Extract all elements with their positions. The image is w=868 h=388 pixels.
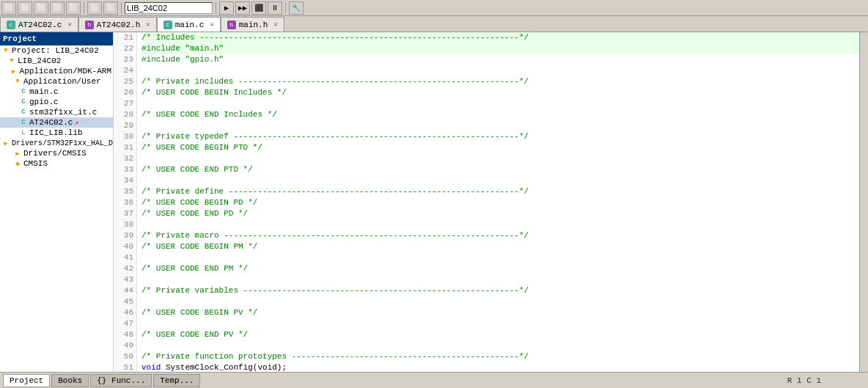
tab-close-main-c[interactable]: ✕ (210, 21, 213, 29)
toolbar-btn-5[interactable]: ⬜ (66, 1, 81, 15)
file-icon-at24c02: C (19, 118, 28, 127)
tab-main-c[interactable]: c main.c ✕ (157, 17, 221, 32)
code-line-29 (141, 120, 859, 131)
tab-bar: c AT24C02.c ✕ h AT24C02.h ✕ c main.c ✕ h… (0, 16, 868, 32)
search-input[interactable] (125, 2, 213, 14)
sidebar-item-label-drivers-cmsis: Drivers/CMSIS (23, 149, 87, 158)
file-icon-main-c: C (19, 87, 28, 96)
toolbar-btn-11[interactable]: ⏸ (268, 1, 282, 15)
line-num-45: 45 (114, 296, 136, 307)
sidebar-item-label-app-user: Application/User (23, 77, 101, 86)
line-num-42: 42 (114, 263, 136, 274)
sidebar-item-stm32[interactable]: C stm32f1xx_it.c (0, 107, 113, 117)
sidebar-item-cmsis[interactable]: ◆ CMSIS (0, 158, 113, 169)
code-content[interactable]: 2122232425262728293031323334353637383940… (114, 32, 868, 372)
sidebar-item-label-drivers-hal: Drivers/STM32F1xx_HAL_Dri (12, 139, 113, 147)
folder-icon-drivers-hal: ▶ (1, 139, 10, 147)
sidebar-header: Project (0, 32, 113, 45)
tab-close-at24c02-h[interactable]: ✕ (146, 21, 150, 29)
code-line-34 (141, 175, 859, 186)
folder-icon-lib24c02: ▼ (7, 56, 16, 65)
sidebar-item-label-iic-lib: IIC_LIB.lib (29, 128, 83, 137)
sidebar-item-lib24c02[interactable]: ▼ LIB_24C02 (0, 56, 113, 66)
main-toolbar: ⬜ ⬜ ⬜ ⬜ ⬜ ⬜ ⬜ ▶ ▶▶ ⬛ ⏸ 🔧 (0, 0, 868, 16)
toolbar-btn-12[interactable]: 🔧 (289, 1, 304, 15)
toolbar-btn-8[interactable]: ▶ (219, 1, 234, 15)
sidebar-item-label-cmsis: CMSIS (23, 159, 48, 168)
code-line-43 (141, 274, 859, 285)
code-lines[interactable]: /* Includes ----------------------------… (137, 32, 859, 372)
line-num-21: 21 (114, 32, 136, 43)
code-editor: 2122232425262728293031323334353637383940… (114, 32, 868, 372)
code-line-46: /* USER CODE BEGIN PV */ (141, 307, 859, 318)
line-num-46: 46 (114, 307, 136, 318)
code-line-26: /* USER CODE BEGIN Includes */ (141, 87, 859, 98)
line-num-31: 31 (114, 142, 136, 153)
file-icon-gpio-c: C (19, 98, 28, 106)
toolbar-btn-4[interactable]: ⬜ (50, 1, 65, 15)
sidebar-item-label-at24c02-c: AT24C02.c (29, 118, 73, 127)
line-num-25: 25 (114, 76, 136, 87)
code-line-28: /* USER CODE END Includes */ (141, 109, 859, 120)
code-line-47 (141, 318, 859, 329)
code-line-41 (141, 252, 859, 263)
line-num-43: 43 (114, 274, 136, 285)
bottom-tab-functions[interactable]: {} Func... (90, 374, 152, 387)
code-line-50: /* Private function prototypes ---------… (141, 351, 859, 362)
line-num-37: 37 (114, 208, 136, 219)
sidebar-item-at24c02-c[interactable]: C AT24C02.c ↗ (0, 117, 113, 128)
tab-close-at24c02-c[interactable]: ✕ (67, 21, 71, 29)
code-line-35: /* Private define ----------------------… (141, 186, 859, 197)
sidebar-item-app-user[interactable]: ▼ Application/User (0, 76, 113, 87)
line-num-29: 29 (114, 120, 136, 131)
folder-icon-project: ▼ (1, 46, 10, 55)
tab-at24c02-c[interactable]: c AT24C02.c ✕ (0, 17, 78, 32)
sidebar-item-label-project-root: Project: LIB_24C02 (12, 46, 99, 55)
toolbar-btn-7[interactable]: ⬜ (103, 1, 118, 15)
tab-label-main-h: main.h (239, 21, 268, 29)
sidebar-item-gpio-c[interactable]: C gpio.c (0, 97, 113, 107)
line-num-41: 41 (114, 252, 136, 263)
toolbar-btn-3[interactable]: ⬜ (34, 1, 48, 15)
tab-icon-main-c: c (163, 21, 172, 29)
sidebar-item-drivers-cmsis[interactable]: ▶ Drivers/CMSIS (0, 148, 113, 158)
sidebar-item-project-root[interactable]: ▼ Project: LIB_24C02 (0, 45, 113, 56)
sidebar-item-label-gpio-c: gpio.c (29, 98, 59, 106)
sidebar-item-iic-lib[interactable]: L IIC_LIB.lib (0, 128, 113, 138)
line-num-22: 22 (114, 43, 136, 54)
code-line-40: /* USER CODE BEGIN PM */ (141, 241, 859, 252)
bottom-tab-books[interactable]: Books (51, 374, 89, 387)
tab-at24c02-h[interactable]: h AT24C02.h ✕ (78, 17, 157, 32)
sidebar: Project ▼ Project: LIB_24C02 ▼ LIB_24C02… (0, 32, 114, 372)
line-num-26: 26 (114, 87, 136, 98)
toolbar-sep-1 (84, 2, 84, 14)
line-num-33: 33 (114, 164, 136, 175)
sidebar-content: ▼ Project: LIB_24C02 ▼ LIB_24C02 ▶ Appli… (0, 45, 113, 372)
tab-label-at24c02-h: AT24C02.h (97, 21, 140, 29)
toolbar-btn-10[interactable]: ⬛ (251, 1, 266, 15)
bottom-tab-templates[interactable]: Temp... (153, 374, 200, 387)
line-num-24: 24 (114, 65, 136, 76)
line-num-47: 47 (114, 318, 136, 329)
code-line-51: void SystemClock_Config(void); (141, 362, 859, 372)
file-icon-iic-lib: L (19, 128, 28, 137)
line-num-50: 50 (114, 351, 136, 362)
code-line-21: /* Includes ----------------------------… (141, 32, 859, 43)
toolbar-btn-9[interactable]: ▶▶ (235, 1, 250, 15)
code-line-24 (141, 65, 859, 76)
tab-main-h[interactable]: h main.h ✕ (221, 17, 284, 32)
toolbar-btn-2[interactable]: ⬜ (18, 1, 32, 15)
code-line-31: /* USER CODE BEGIN PTD */ (141, 142, 859, 153)
sidebar-item-drivers-hal[interactable]: ▶ Drivers/STM32F1xx_HAL_Dri (0, 138, 113, 148)
tab-close-main-h[interactable]: ✕ (273, 21, 277, 29)
code-line-25: /* Private includes --------------------… (141, 76, 859, 87)
sidebar-item-main-c[interactable]: C main.c (0, 87, 113, 97)
cmsis-icon: ◆ (13, 159, 22, 168)
code-line-49 (141, 340, 859, 351)
scrollbar-vertical[interactable] (859, 32, 868, 372)
toolbar-btn-1[interactable]: ⬜ (1, 1, 16, 15)
sidebar-item-app-mdk[interactable]: ▶ Application/MDK-ARM (0, 66, 113, 76)
toolbar-btn-6[interactable]: ⬜ (87, 1, 102, 15)
bottom-tab-project[interactable]: Project (3, 374, 50, 387)
line-num-27: 27 (114, 98, 136, 109)
